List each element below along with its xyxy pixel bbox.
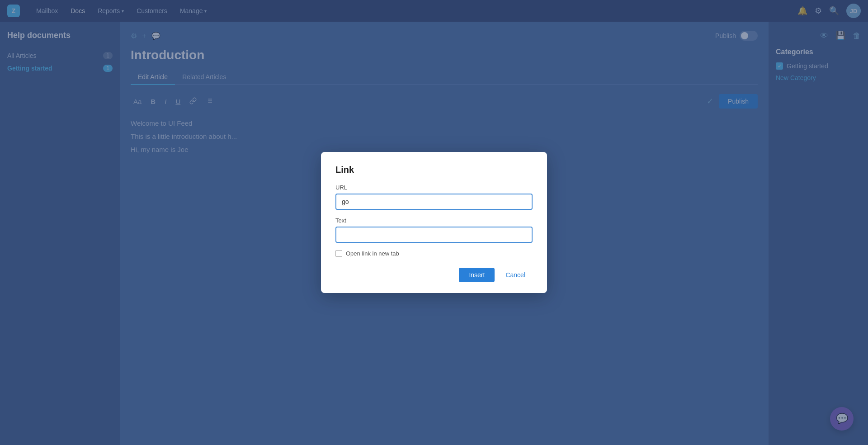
modal-actions: Insert Cancel: [335, 268, 533, 282]
open-new-tab-label: Open link in new tab: [346, 250, 399, 257]
cancel-button[interactable]: Cancel: [498, 268, 533, 282]
url-label: URL: [335, 184, 533, 191]
insert-button[interactable]: Insert: [459, 268, 495, 282]
text-label: Text: [335, 217, 533, 224]
modal-overlay: Link URL Text Open link in new tab Inser…: [0, 0, 868, 445]
open-new-tab-checkbox[interactable]: [335, 250, 342, 257]
text-input[interactable]: [335, 227, 533, 243]
link-modal: Link URL Text Open link in new tab Inser…: [321, 152, 547, 293]
modal-title: Link: [335, 165, 533, 175]
open-in-new-tab-row: Open link in new tab: [335, 250, 533, 257]
url-input[interactable]: [335, 194, 533, 210]
